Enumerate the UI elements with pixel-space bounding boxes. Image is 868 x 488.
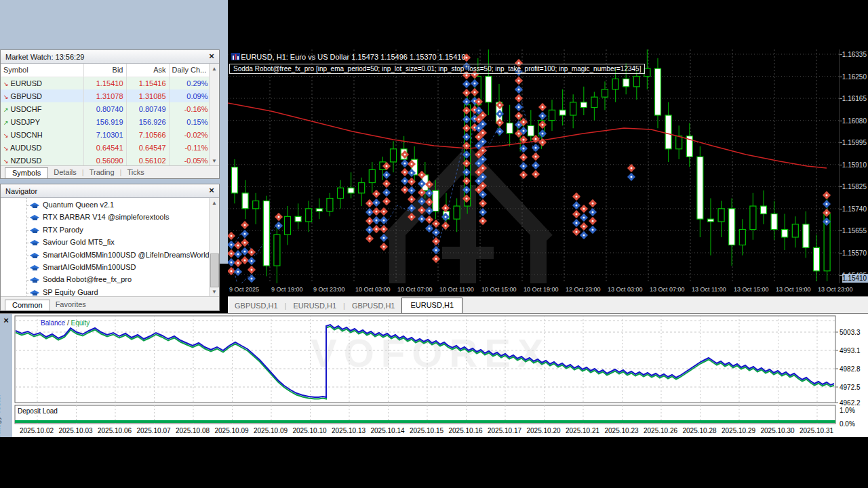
tab-symbols[interactable]: Symbols: [5, 167, 48, 179]
tab-details[interactable]: Details: [48, 167, 82, 178]
navigator-item[interactable]: RTX Parody: [1, 224, 210, 237]
symbol-label: USDJPY: [11, 118, 40, 126]
daily-change-cell: -0.11%: [169, 141, 210, 154]
ask-cell: 0.80749: [126, 102, 169, 115]
scrollbar-thumb[interactable]: [210, 253, 219, 287]
tester-legend: Balance / Equity: [41, 319, 90, 327]
market-watch-header-row[interactable]: SymbolBidAskDaily Ch...: [1, 64, 210, 77]
navigator-tabs: CommonFavorites: [1, 296, 219, 310]
column-header[interactable]: Daily Ch...: [169, 64, 210, 77]
navigator-item[interactable]: Quantum Queen v2.1: [1, 199, 210, 211]
tester-date-label: 2025.10.26: [644, 427, 677, 434]
symbol-cell: ↘ USDCNH: [1, 128, 83, 141]
table-row[interactable]: ↗ USDCHF0.807400.80749-0.16%: [1, 102, 210, 115]
tab-favorites[interactable]: Favorites: [50, 300, 92, 310]
expert-advisor-icon: [31, 277, 40, 283]
time-tick-label: 12 Oct 23:00: [566, 286, 601, 293]
navigator-titlebar[interactable]: Navigator ×: [1, 184, 219, 198]
axis-tick: [840, 165, 842, 165]
time-tick-label: 9 Oct 23:00: [313, 286, 345, 293]
navigator-item-label: RTX Parody: [43, 226, 83, 234]
strategy-tester-label: Strategy Tester: [0, 394, 1, 437]
chart-tab-gbpusd-h1[interactable]: GBPUSD,H1: [345, 300, 402, 313]
navigator-item[interactable]: Sodda Robot@free_fx_pro: [1, 274, 210, 286]
table-row[interactable]: ↘ EURUSD1.154101.154160.29%: [1, 77, 210, 89]
time-tick-label: 13 Oct 19:00: [776, 286, 811, 293]
strategy-tester-strip[interactable]: × Strategy Tester: [0, 314, 12, 437]
tester-date-label: 2025.10.17: [488, 427, 521, 434]
time-tick-label: 10 Oct 19:00: [524, 286, 559, 293]
navigator-item[interactable]: SP Equity Guard: [1, 287, 210, 297]
chart-tab-gbpusd-h1[interactable]: GBPUSD,H1: [228, 300, 285, 313]
tab-common[interactable]: Common: [5, 300, 50, 311]
navigator-item-label: Saviour Gold MT5_fix: [43, 238, 115, 246]
navigator-item[interactable]: Saviour Gold MT5_fix: [1, 237, 210, 249]
expert-advisor-icon: [31, 239, 40, 246]
tester-y-label: 4962.2: [840, 399, 861, 407]
tester-date-label: 2025.10.16: [449, 427, 483, 434]
symbol-label: USDCNH: [11, 131, 43, 139]
time-tick-label: 10 Oct 03:00: [355, 286, 391, 293]
scroll-up-icon[interactable]: ▲: [210, 198, 219, 208]
chart-tab-eurusd-h1[interactable]: EURUSD,H1: [401, 298, 462, 313]
time-tick-label: 13 Oct 07:00: [650, 286, 685, 293]
tester-date-label: 2025.10.15: [410, 427, 443, 434]
market-watch-titlebar[interactable]: Market Watch: 13:56:29 ×: [1, 50, 219, 64]
table-row[interactable]: ↘ GBPUSD1.310781.310850.09%: [1, 89, 210, 102]
candlestick-chart[interactable]: [228, 49, 839, 283]
close-icon[interactable]: ×: [207, 186, 216, 195]
tester-date-label: 2025.10.28: [683, 427, 717, 434]
navigator-item[interactable]: RTX BARBAR V14 @simpleforextools: [1, 211, 210, 224]
navigator-scrollbar[interactable]: ▲ ▼: [209, 198, 219, 297]
price-tick-label: 1.16080: [842, 117, 867, 125]
table-row[interactable]: ↗ USDJPY156.919156.9260.15%: [1, 115, 210, 128]
tab-trading[interactable]: Trading: [84, 167, 120, 178]
market-watch-scrollbar[interactable]: ▲ ▼: [209, 64, 219, 166]
time-axis[interactable]: 9 Oct 20259 Oct 19:009 Oct 23:0010 Oct 0…: [228, 283, 839, 296]
axis-tick: [840, 142, 842, 143]
expert-advisor-icon: [31, 214, 40, 221]
scroll-down-icon[interactable]: ▼: [210, 156, 219, 166]
tester-chart[interactable]: VOFOREX5003.34993.14982.84972.54962.21.0…: [12, 314, 868, 437]
strategy-tester-panel: × Strategy Tester Balance / Equity Depos…: [0, 313, 868, 437]
price-tick-label: 1.15740: [842, 205, 867, 213]
price-tick-label: 1.15910: [842, 161, 867, 169]
market-watch-title: Market Watch: 13:56:29: [5, 53, 84, 61]
mt5-window: Market Watch: 13:56:29 × SymbolBidAskDai…: [0, 0, 868, 488]
time-tick-label: 10 Oct 07:00: [397, 286, 433, 293]
navigator-item[interactable]: SmartAIGoldM5Min100USD: [1, 262, 210, 274]
daily-change-cell: -0.02%: [169, 128, 210, 141]
tester-date-label: 2025.10.08: [176, 427, 210, 434]
column-header[interactable]: Symbol: [1, 64, 83, 77]
navigator-item[interactable]: SmartAIGoldM5Min100USD @LifeInDreamsWorl…: [1, 249, 210, 262]
scroll-up-icon[interactable]: ▲: [210, 64, 219, 74]
tab-ticks[interactable]: Ticks: [121, 167, 149, 178]
symbol-label: EURUSD: [11, 79, 42, 87]
close-icon[interactable]: ×: [207, 52, 216, 61]
price-tick-label: 1.16165: [842, 95, 867, 102]
daily-change-cell: -0.05%: [169, 154, 210, 166]
tester-date-label: 2025.10.03: [59, 427, 93, 434]
tester-y-label: 4982.8: [840, 365, 861, 373]
price-axis[interactable]: 1.163351.162501.161651.160801.159951.159…: [839, 49, 868, 283]
navigator-item-label: Sodda Robot@free_fx_pro: [43, 275, 132, 283]
price-tick-label: 1.15570: [842, 249, 867, 257]
scroll-down-icon[interactable]: ▼: [210, 287, 219, 297]
time-tick-label: 9 Oct 19:00: [271, 286, 303, 293]
chart-tab-eurusd-h1[interactable]: EURUSD,H1: [286, 300, 343, 313]
table-row[interactable]: ↘ USDCNH7.103017.10566-0.02%: [1, 128, 210, 141]
column-header[interactable]: Ask: [126, 64, 169, 77]
deposit-max-label: 1.0%: [840, 407, 855, 414]
equity-legend: Equity: [71, 319, 90, 327]
bid-cell: 1.15410: [83, 77, 126, 89]
time-tick-label: 13 Oct 11:00: [692, 286, 726, 293]
expert-advisor-icon: [31, 289, 40, 296]
tester-date-label: 2025.10.30: [761, 427, 795, 434]
table-row[interactable]: ↘ NZDUSD0.560900.56102-0.05%: [1, 154, 210, 166]
expert-advisor-icon: [31, 252, 40, 259]
table-row[interactable]: ↘ AUDUSD0.645410.64547-0.11%: [1, 141, 210, 154]
close-icon[interactable]: ×: [1, 316, 11, 325]
balance-legend: Balance: [41, 319, 65, 327]
column-header[interactable]: Bid: [83, 64, 126, 77]
daily-change-cell: 0.15%: [169, 115, 210, 128]
